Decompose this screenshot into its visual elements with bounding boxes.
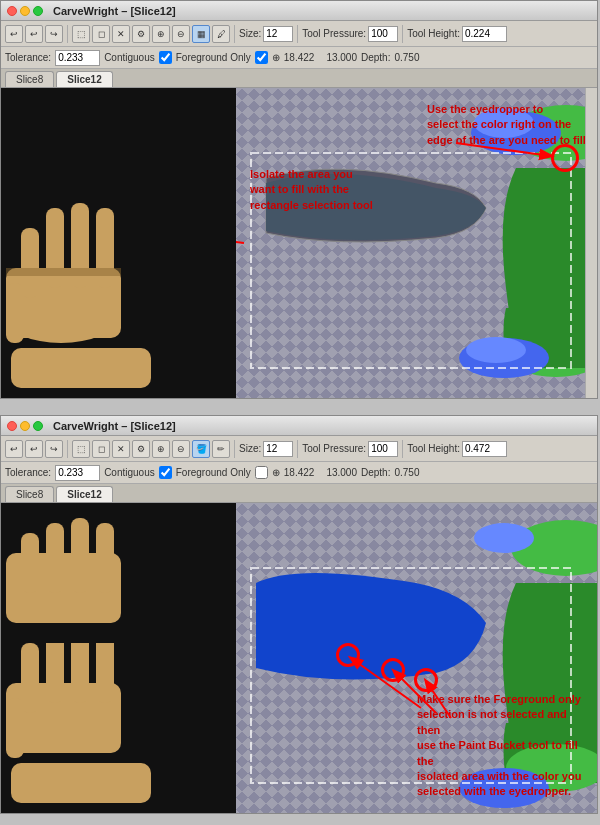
bottom-sep-4	[402, 440, 403, 458]
bottom-close-button[interactable]	[7, 421, 17, 431]
bottom-contiguous-checkbox[interactable]	[159, 466, 172, 479]
bottom-callout: Make sure the Foreground only selection …	[411, 688, 596, 804]
bottom-window-controls[interactable]	[7, 421, 43, 431]
tool-btn-4[interactable]: ⬚	[72, 25, 90, 43]
tool-btn-6[interactable]: ✕	[112, 25, 130, 43]
depth-label: Depth:	[361, 52, 390, 63]
bottom-canvas-area: Make sure the Foreground only selection …	[1, 503, 597, 813]
top-toolbar-row2: Tolerance: Contiguous Foreground Only ⊕ …	[1, 47, 597, 69]
tool-pressure-label: Tool Pressure:	[302, 28, 366, 39]
tool-btn-5[interactable]: ◻	[92, 25, 110, 43]
top-canvas-area: Isolate the area you want to fill with t…	[1, 88, 597, 398]
bottom-tab-slice8[interactable]: Slice8	[5, 486, 54, 502]
tool-btn-1[interactable]: ↩	[5, 25, 23, 43]
svg-point-17	[466, 337, 526, 363]
tool-height-input[interactable]	[462, 26, 507, 42]
close-button[interactable]	[7, 6, 17, 16]
top-scrollbar-v[interactable]	[585, 88, 597, 398]
bottom-coord-display: ⊕	[272, 467, 280, 478]
tolerance-label: Tolerance:	[5, 52, 51, 63]
bottom-toolbar-row1: ↩ ↩ ↪ ⬚ ◻ ✕ ⚙ ⊕ ⊖ 🪣 ✏ Size: Tool Pressur…	[1, 436, 597, 462]
maximize-button[interactable]	[33, 6, 43, 16]
bottom-coord-y: 13.000	[326, 467, 357, 478]
tool-btn-7[interactable]: ⚙	[132, 25, 150, 43]
bottom-sep-2	[234, 440, 235, 458]
bottom-tolerance-label: Tolerance:	[5, 467, 51, 478]
tool-btn-10[interactable]: 🖊	[212, 25, 230, 43]
tool-btn-select[interactable]: ▦	[192, 25, 210, 43]
bottom-tool-btn-9[interactable]: ⊖	[172, 440, 190, 458]
tab-slice12[interactable]: Slice12	[56, 71, 112, 87]
bottom-foreground-label: Foreground Only	[176, 467, 251, 478]
top-window-title: CarveWright – [Slice12]	[53, 5, 176, 17]
top-window: CarveWright – [Slice12] ↩ ↩ ↪ ⬚ ◻ ✕ ⚙ ⊕ …	[0, 0, 598, 399]
bottom-foreground-checkbox[interactable]	[255, 466, 268, 479]
bottom-tool-btn-1[interactable]: ↩	[5, 440, 23, 458]
bottom-maximize-button[interactable]	[33, 421, 43, 431]
window-controls[interactable]	[7, 6, 43, 16]
bottom-tool-btn-3[interactable]: ↪	[45, 440, 63, 458]
bottom-tool-btn-bucket[interactable]: 🪣	[192, 440, 210, 458]
top-toolbar-row1: ↩ ↩ ↪ ⬚ ◻ ✕ ⚙ ⊕ ⊖ ▦ 🖊 Size: Tool Pressur…	[1, 21, 597, 47]
tab-slice8[interactable]: Slice8	[5, 71, 54, 87]
top-title-bar: CarveWright – [Slice12]	[1, 1, 597, 21]
bottom-left-svg	[1, 503, 236, 813]
bottom-tolerance-input[interactable]	[55, 465, 100, 481]
bottom-sep-1	[67, 440, 68, 458]
top-tabs-bar: Slice8 Slice12	[1, 69, 597, 88]
svg-rect-36	[96, 523, 114, 593]
bottom-tool-btn-2[interactable]: ↩	[25, 440, 43, 458]
svg-rect-33	[21, 533, 39, 593]
tolerance-input[interactable]	[55, 50, 100, 66]
bottom-contiguous-label: Contiguous	[104, 467, 155, 478]
bottom-right-panel: Make sure the Foreground only selection …	[236, 503, 597, 813]
svg-rect-30	[11, 763, 151, 803]
bottom-tp-input[interactable]	[368, 441, 398, 457]
tool-btn-8[interactable]: ⊕	[152, 25, 170, 43]
svg-rect-3	[21, 228, 39, 298]
svg-rect-9	[6, 268, 121, 276]
contiguous-checkbox[interactable]	[159, 51, 172, 64]
top-left-panel	[1, 88, 236, 398]
tool-btn-9[interactable]: ⊖	[172, 25, 190, 43]
bottom-left-panel	[1, 503, 236, 813]
bottom-highlight-2	[381, 658, 405, 682]
depth-value: 0.750	[394, 52, 419, 63]
bottom-tab-slice12[interactable]: Slice12	[56, 486, 112, 502]
contiguous-label: Contiguous	[104, 52, 155, 63]
bottom-tool-btn-4[interactable]: ⬚	[72, 440, 90, 458]
bottom-tool-btn-5[interactable]: ◻	[92, 440, 110, 458]
bottom-depth-label: Depth:	[361, 467, 390, 478]
bottom-title-bar: CarveWright – [Slice12]	[1, 416, 597, 436]
bottom-tool-btn-7[interactable]: ⚙	[132, 440, 150, 458]
bottom-toolbar-row2: Tolerance: Contiguous Foreground Only ⊕ …	[1, 462, 597, 484]
bottom-th-label: Tool Height:	[407, 443, 460, 454]
bottom-tabs-bar: Slice8 Slice12	[1, 484, 597, 503]
svg-rect-34	[46, 523, 64, 593]
size-label: Size:	[239, 28, 261, 39]
tool-pressure-input[interactable]	[368, 26, 398, 42]
minimize-button[interactable]	[20, 6, 30, 16]
bottom-minimize-button[interactable]	[20, 421, 30, 431]
bottom-window: CarveWright – [Slice12] ↩ ↩ ↪ ⬚ ◻ ✕ ⚙ ⊕ …	[0, 415, 598, 814]
coord-y: 13.000	[326, 52, 357, 63]
eyedropper-highlight	[551, 144, 579, 172]
bottom-size-input[interactable]	[263, 441, 293, 457]
size-input[interactable]	[263, 26, 293, 42]
top-callout-isolate: Isolate the area you want to fill with t…	[244, 163, 379, 217]
sep-3	[297, 25, 298, 43]
foreground-checkbox[interactable]	[255, 51, 268, 64]
sep-4	[402, 25, 403, 43]
bottom-tool-btn-10[interactable]: ✏	[212, 440, 230, 458]
tool-btn-2[interactable]: ↩	[25, 25, 43, 43]
bottom-depth-value: 0.750	[394, 467, 419, 478]
svg-rect-23	[21, 643, 39, 713]
svg-rect-35	[71, 518, 89, 593]
bottom-tool-btn-8[interactable]: ⊕	[152, 440, 170, 458]
svg-rect-7	[6, 283, 24, 343]
tool-btn-3[interactable]: ↪	[45, 25, 63, 43]
sep-1	[67, 25, 68, 43]
bottom-th-input[interactable]	[462, 441, 507, 457]
bottom-tool-btn-6[interactable]: ✕	[112, 440, 130, 458]
svg-point-38	[474, 523, 534, 553]
